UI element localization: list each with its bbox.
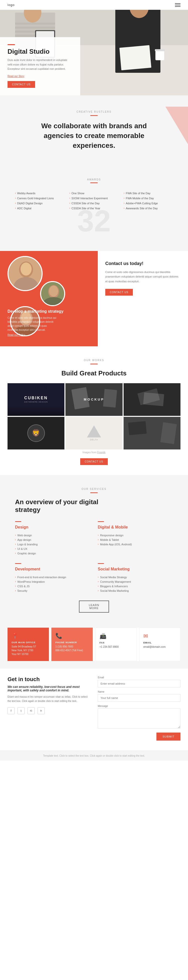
service-item: ›Social Media Marketing xyxy=(98,589,173,593)
hero-accent-bar xyxy=(8,44,15,45)
name-form-label: Name xyxy=(98,690,180,693)
develop-read-more-link[interactable]: Read our Policy xyxy=(8,334,58,336)
work-item-cubiken[interactable]: CUBIKEN ANYWHERE DESIGN xyxy=(8,383,65,416)
award-item: ›Cannes Gold Integrated Lions xyxy=(15,196,65,201)
hamburger-menu[interactable] xyxy=(175,3,180,7)
work-item-medium[interactable] xyxy=(123,417,180,449)
develop-text: Come et iusto odio dignissimos ducimus q… xyxy=(8,316,58,336)
award-arrow-icon: › xyxy=(15,197,16,199)
awards-label: AWARDS xyxy=(15,178,173,181)
form-submit-button[interactable]: SUBMIT xyxy=(156,733,180,741)
award-item: ›SXSW Interactive Experiment xyxy=(70,196,119,201)
award-item: ›One Show xyxy=(70,191,119,196)
lion-icon: 🦁 xyxy=(27,424,45,442)
contact-main-office: 📍 OUR MAIN OFFICE Suite 94 Broadway 57Ne… xyxy=(8,628,49,661)
service-item: ›Graphic design xyxy=(15,551,90,556)
get-in-touch-tagline: We can ensure reliability, low-cost focu… xyxy=(8,685,90,692)
works-cta-button[interactable]: CONTACT US xyxy=(80,458,108,465)
contact-info-section: 📍 OUR MAIN OFFICE Suite 94 Broadway 57Ne… xyxy=(0,628,188,668)
service-social-title: Social Marketing xyxy=(98,567,173,571)
email-form-input[interactable] xyxy=(98,680,180,687)
phone-value: 1 (18) 856-7600888-652-4567 (Toll Free) xyxy=(55,645,89,652)
name-form-input[interactable] xyxy=(98,694,180,702)
works-label: OUR WORKS xyxy=(8,359,180,362)
get-in-touch-form: Email Name Message SUBMIT xyxy=(98,676,180,741)
service-digital: Digital & Mobile ›Responsive design ›Mob… xyxy=(98,521,173,556)
award-arrow-icon: › xyxy=(123,202,124,205)
award-item: ›Adobe+FWA Cutting Edge xyxy=(123,201,173,206)
award-arrow-icon: › xyxy=(15,192,16,194)
message-form-label: Message xyxy=(98,705,180,708)
message-form-input[interactable] xyxy=(98,708,180,729)
service-item: ›App design xyxy=(15,538,90,542)
creative-decoration xyxy=(166,107,188,157)
service-social-accent xyxy=(98,563,104,564)
service-dev-title: Development xyxy=(15,567,90,571)
award-arrow-icon: › xyxy=(70,197,70,199)
email-icon: ✉ xyxy=(144,633,176,640)
services-title: An overview of your digital strategy xyxy=(15,498,115,514)
profile-contact-button[interactable]: CONTACT US xyxy=(105,289,133,296)
works-section: OUR WORKS Build Great Products CUBIKEN A… xyxy=(0,346,188,475)
work-item-mockup[interactable]: MOCKUP xyxy=(65,383,122,416)
work-item-lion[interactable]: 🦁 xyxy=(8,417,65,449)
contact-fax: 📠 FAX +1 234-567-8900 xyxy=(95,628,137,661)
location-icon: 📍 xyxy=(11,633,45,639)
works-image-credit: Images from Freepik xyxy=(8,451,180,454)
svg-rect-13 xyxy=(155,49,165,51)
instagram-icon[interactable]: IG xyxy=(28,707,35,714)
get-in-touch-title: Get in touch xyxy=(8,676,90,682)
profile-contact-block: Contact us today! Come et iusto odio dig… xyxy=(98,251,188,346)
service-item: ›UI & UX xyxy=(15,547,90,551)
award-item: ›FWA Mobile of the Day xyxy=(123,196,173,201)
get-in-touch-left: Get in touch We can ensure reliability, … xyxy=(8,676,90,741)
phone-label: PHONE NUMBER xyxy=(55,641,89,644)
fax-value: +1 234-567-8900 xyxy=(100,645,132,649)
award-arrow-icon: › xyxy=(15,202,16,205)
work-item-light[interactable]: DELTA xyxy=(65,417,122,449)
svg-rect-3 xyxy=(15,22,55,25)
work-item-cards[interactable] xyxy=(123,383,180,416)
awards-number: 32 xyxy=(15,206,173,236)
service-item: ›WordPress Integration xyxy=(15,579,90,584)
hero-cta-button[interactable]: CONTACT US xyxy=(8,81,35,88)
email-field-group: Email xyxy=(98,676,180,687)
linkedin-icon[interactable]: in xyxy=(38,707,44,714)
logo[interactable]: logo xyxy=(8,3,15,7)
service-item: ›Web design xyxy=(15,533,90,538)
creative-title: We collaborate with brands and agencies … xyxy=(34,121,154,151)
service-design-title: Design xyxy=(15,525,90,530)
profile-contact-text: Come et iusto odio dignissimos ducimus q… xyxy=(105,270,180,284)
service-item: ›Mobile App (iOS, Android) xyxy=(98,542,173,547)
message-field-group: Message xyxy=(98,705,180,730)
works-btn-wrap: CONTACT US xyxy=(8,458,180,465)
hero-read-more-link[interactable]: Read our Story xyxy=(8,75,73,78)
services-grid: Design ›Web design ›App design ›Logo & b… xyxy=(15,521,173,593)
twitter-icon[interactable]: t xyxy=(17,707,25,714)
email-value: email@domain.com xyxy=(144,645,176,649)
awards-accent xyxy=(90,183,98,183)
works-title: Build Great Products xyxy=(8,369,180,377)
contact-email: ✉ EMAIL email@domain.com xyxy=(139,628,180,661)
service-item: ›Security xyxy=(15,589,90,593)
footer-text: Template text. Click to select the text … xyxy=(8,754,180,757)
get-in-touch-section: Get in touch We can ensure reliability, … xyxy=(0,668,188,751)
service-item: ›Front-end & front-end interaction desig… xyxy=(15,575,90,579)
fax-icon: 📠 xyxy=(100,633,132,640)
hero-title: Digital Studio xyxy=(8,48,73,56)
works-freepik-link[interactable]: Freepik xyxy=(97,451,106,454)
service-item: ›Responsive design xyxy=(98,533,173,538)
profile-left: Develop a marketing strategy Come et ius… xyxy=(0,251,98,346)
svg-point-18 xyxy=(21,262,32,275)
service-development: Development ›Front-end & front-end inter… xyxy=(15,563,90,593)
profile-circle-2 xyxy=(40,281,65,306)
svg-rect-12 xyxy=(155,50,164,60)
services-learn-more-button[interactable]: LEARN MORE xyxy=(79,601,109,612)
office-label: OUR MAIN OFFICE xyxy=(11,641,45,644)
develop-title: Develop a marketing strategy xyxy=(8,309,63,314)
service-design-accent xyxy=(15,521,21,522)
svg-rect-14 xyxy=(119,45,151,70)
award-item: ›D&AD Digital Design xyxy=(15,201,65,206)
service-item: ›Mobile & Tablet xyxy=(98,538,173,542)
facebook-icon[interactable]: f xyxy=(8,707,14,714)
